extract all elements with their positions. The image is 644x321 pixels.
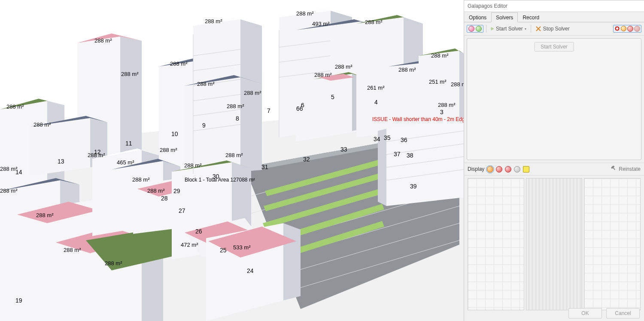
- tab-record[interactable]: Record: [518, 12, 544, 22]
- svg-marker-39: [313, 74, 352, 137]
- 3d-viewport[interactable]: 288 m²288 m²288 m²288 m²288 m²288 m²288 …: [0, 0, 464, 321]
- solver-toolbar: Start Solver ▾ Stop Solver: [464, 22, 644, 36]
- target-icon[interactable]: [614, 26, 620, 31]
- pin-icon: [611, 166, 618, 173]
- galapagos-panel: Galapagos Editor Options Solvers Record …: [464, 0, 644, 321]
- stop-solver-label: Stop Solver: [543, 26, 570, 32]
- toolbar-sep-2: [531, 25, 531, 33]
- cancel-button[interactable]: Cancel: [606, 308, 640, 318]
- display-label: Display: [468, 166, 484, 172]
- svg-marker-53: [378, 129, 386, 206]
- tabs: Options Solvers Record: [464, 12, 644, 22]
- svg-marker-79: [283, 223, 301, 300]
- tab-options[interactable]: Options: [464, 12, 491, 22]
- toolbar-sep: [486, 25, 486, 33]
- panel-title: Galapagos Editor: [464, 0, 644, 12]
- toolbar-right-group: [613, 25, 641, 33]
- start-solver-center-button[interactable]: Start Solver: [534, 42, 574, 51]
- genome-graph-left[interactable]: [468, 178, 524, 310]
- solver-type-annealing-icon[interactable]: [476, 26, 482, 32]
- tab-solvers[interactable]: Solvers: [491, 12, 518, 22]
- stop-solver-button[interactable]: Stop Solver: [534, 25, 571, 33]
- reinstate-button[interactable]: Reinstate: [612, 166, 641, 172]
- start-solver-label: Start Solver: [496, 26, 523, 32]
- chevron-down-icon: ▾: [525, 27, 526, 31]
- svg-marker-31: [240, 77, 262, 172]
- svg-marker-16: [120, 36, 142, 154]
- viewport-svg: [0, 0, 464, 321]
- solver-type-evolutionary-icon[interactable]: [468, 26, 474, 32]
- clock-icon[interactable]: [621, 26, 626, 31]
- start-solver-button[interactable]: Start Solver ▾: [489, 25, 528, 33]
- cool-icon[interactable]: [634, 26, 640, 32]
- svg-marker-21: [30, 118, 90, 176]
- stop-icon: [535, 26, 541, 32]
- display-mode-radiation[interactable]: [523, 166, 529, 173]
- display-mode-2[interactable]: [496, 166, 502, 173]
- genome-graphs: [464, 176, 644, 313]
- display-mode-1[interactable]: [487, 166, 493, 173]
- display-mode-4[interactable]: [514, 166, 520, 173]
- display-mode-3[interactable]: [505, 166, 511, 173]
- hot-icon[interactable]: [627, 26, 633, 32]
- play-icon: [491, 27, 494, 31]
- dialog-buttons: OK Cancel: [568, 308, 640, 318]
- display-bar: Display Reinstate: [464, 163, 644, 176]
- ok-button[interactable]: OK: [568, 308, 602, 318]
- genome-graph-right[interactable]: [584, 178, 641, 310]
- genome-graph-mid[interactable]: [526, 178, 583, 310]
- fitness-graph-area: Start Solver: [467, 38, 641, 160]
- reinstate-label: Reinstate: [619, 166, 641, 172]
